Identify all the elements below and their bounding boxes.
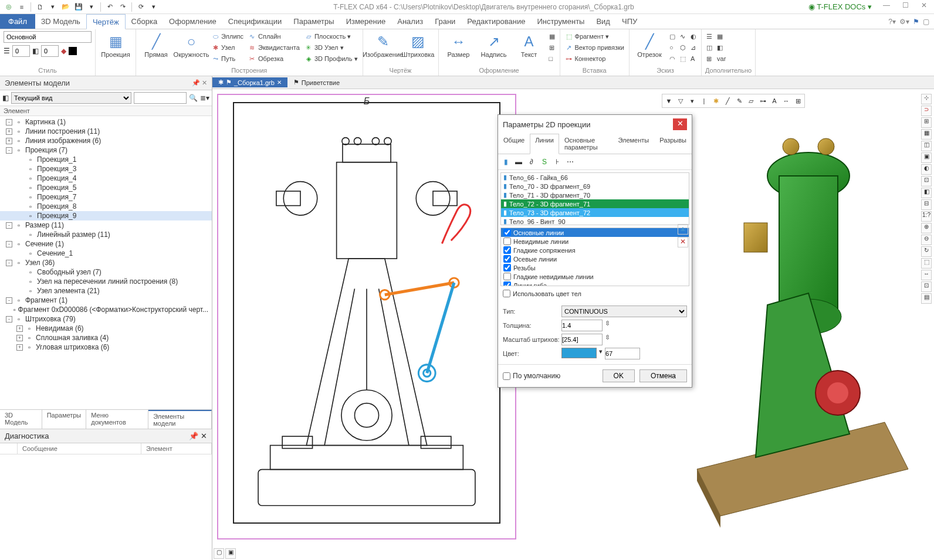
tree-row[interactable]: ▫Проекция_7 (0, 192, 212, 202)
tree-expand-icon[interactable]: - (6, 222, 12, 229)
dlg-face-icon[interactable]: ▬ (513, 157, 524, 167)
tree-row[interactable]: ▫Проекция_8 (0, 202, 212, 211)
menu-tab-7[interactable]: Анализ (391, 14, 429, 29)
vt-9-icon[interactable]: 1:? (921, 211, 932, 222)
menu-tab-8[interactable]: Грани (429, 14, 461, 29)
dlg-wire-icon[interactable]: S (539, 157, 550, 167)
design-extra-1[interactable]: ▦ (548, 31, 556, 42)
layer-icon[interactable]: ☰ (4, 47, 10, 55)
sketch-ex9[interactable]: A (689, 53, 698, 64)
menu-tab-9[interactable]: Редактирование (461, 14, 531, 29)
body-list-item[interactable]: ▮Тело_66 - Гайка_66 (501, 173, 689, 182)
new-dropdown-icon[interactable]: ▾ (48, 2, 58, 12)
bind-vector-button[interactable]: ↗Вектор привязки (564, 42, 626, 53)
vt-3-icon[interactable]: ◫ (921, 141, 932, 151)
tab-close-icon[interactable]: ✕ (277, 79, 282, 86)
tree-expand-icon[interactable]: + (16, 335, 23, 341)
segment-button[interactable]: ╱Отрезок (633, 31, 666, 59)
drawing-2d-view[interactable]: Б (217, 94, 516, 539)
tree-row[interactable]: -▫Проекция (7) (0, 145, 212, 155)
dlg-edge-icon[interactable]: ∂ (526, 157, 537, 167)
extra-2[interactable]: ◫ (705, 42, 713, 53)
line-type-select[interactable]: CONTINUOUS (561, 306, 687, 317)
panel-close-icon[interactable]: ✕ (202, 79, 207, 86)
scale-spinner-icon[interactable]: ⇳ (605, 334, 610, 345)
use-body-color-check[interactable]: Использовать цвет тел (498, 286, 692, 301)
line-type-check[interactable]: Линии гиба (501, 281, 689, 286)
default-check[interactable]: По умолчанию (503, 372, 560, 380)
profile3d-button[interactable]: ◈3D Профиль ▾ (303, 53, 359, 64)
extra-4[interactable]: ▦ (716, 31, 727, 42)
model-3d-view[interactable] (674, 94, 920, 539)
maximize-icon[interactable]: ☐ (898, 1, 913, 13)
tree-row[interactable]: -▫Картинка (1) (0, 117, 212, 127)
doc-tab-0[interactable]: ✱⚑_Сборка1.grb✕ (212, 77, 287, 87)
design-extra-3[interactable]: □ (548, 53, 556, 64)
tree-row[interactable]: ▫Проекция_4 (0, 174, 212, 183)
priority-icon[interactable]: ◧ (32, 47, 39, 55)
tree-row[interactable]: -▫Штриховка (79) (0, 314, 212, 324)
dlg-axis-icon[interactable]: ⊦ (552, 157, 563, 167)
body-list-item[interactable]: ▮Тело_70 - 3D фрагмент_69 (501, 182, 689, 191)
list-up-icon[interactable]: ▲ (678, 224, 688, 235)
line-button[interactable]: ╱Прямая (140, 31, 172, 59)
ellipse-button[interactable]: ⬭Эллипс (210, 31, 245, 42)
connector-button[interactable]: ⊶Коннектор (564, 53, 626, 64)
vt-2-icon[interactable]: ▦ (921, 129, 932, 140)
offset-button[interactable]: ≋Эквидистанта (247, 42, 301, 53)
vt-10-icon[interactable]: ⊕ (921, 223, 932, 233)
tree-row[interactable]: -▫Фрагмент (1) (0, 296, 212, 305)
tree-expand-icon[interactable]: - (6, 119, 12, 125)
projection-button[interactable]: ▦ Проекция (99, 31, 132, 59)
tree-row[interactable]: ▫Проекция_5 (0, 183, 212, 192)
vt-magnet-icon[interactable]: ⊃ (921, 106, 932, 116)
tree-expand-icon[interactable]: + (6, 128, 12, 135)
dlg-more-icon[interactable]: ⋯ (565, 157, 576, 167)
menu-tab-5[interactable]: Параметры (287, 14, 340, 29)
hatch-button[interactable]: ▨Штриховка (402, 31, 435, 59)
line-type-check[interactable]: Гладкие сопряжения (501, 246, 689, 254)
view-combo[interactable]: Текущий вид (11, 92, 131, 104)
tree-row[interactable]: ▫Фрагмент 0xD000086 (<Форматки>Конструкт… (0, 305, 212, 314)
vt-13-icon[interactable]: ⬚ (921, 258, 932, 269)
thickness-input[interactable] (561, 320, 603, 331)
tree-expand-icon[interactable]: - (6, 241, 12, 247)
layer-priority-input[interactable] (41, 45, 59, 57)
sketch-ex3[interactable]: ◠ (668, 53, 676, 64)
extra-5[interactable]: ◧ (716, 42, 727, 53)
tree-row[interactable]: ▫Свободный узел (7) (0, 267, 212, 277)
diag-close-icon[interactable]: ✕ (201, 432, 207, 440)
tree-row[interactable]: -▫Сечение (1) (0, 239, 212, 249)
refresh-dropdown-icon[interactable]: ▾ (148, 2, 159, 12)
dlg-tab-2[interactable]: Основные параметры (559, 134, 613, 154)
vt-5-icon[interactable]: ◐ (921, 164, 932, 175)
vt-4-icon[interactable]: ▣ (921, 152, 932, 163)
tree-row[interactable]: ▫Сечение_1 (0, 249, 212, 258)
filter-icon[interactable]: ◧ (2, 94, 9, 102)
list-remove-icon[interactable]: ✕ (678, 237, 688, 247)
tree-row[interactable]: ▫Проекция_9 (0, 211, 212, 220)
left-tab-3[interactable]: Элементы модели (148, 410, 212, 429)
search-input[interactable] (134, 92, 187, 104)
caption-button[interactable]: ↗Надпись (478, 31, 510, 59)
line-type-check[interactable]: Невидимые линии (501, 237, 689, 246)
model-tree[interactable]: -▫Картинка (1)+▫Линии построения (11)+▫Л… (0, 116, 212, 409)
search-icon[interactable]: 🔍 (189, 94, 198, 102)
doc-tab-1[interactable]: ⚑Приветствие (287, 77, 346, 87)
line-style-combo[interactable] (4, 31, 92, 43)
image-button[interactable]: ✎Изображение (367, 31, 400, 59)
bodies-list[interactable]: ▮Тело_66 - Гайка_66▮Тело_70 - 3D фрагмен… (500, 172, 689, 225)
sketch-ex6[interactable]: ⬚ (679, 53, 687, 64)
help-icon[interactable]: ?▾ (888, 18, 896, 26)
vt-8-icon[interactable]: ⊟ (921, 199, 932, 210)
dlg-tab-1[interactable]: Линии (530, 134, 559, 154)
tree-row[interactable]: +▫Линия изображения (6) (0, 136, 212, 145)
vt-axes-icon[interactable]: ⊹ (921, 94, 932, 104)
tree-expand-icon[interactable]: + (6, 138, 12, 144)
line-type-check[interactable]: Резьбы (501, 263, 689, 272)
save-icon[interactable]: 💾 (73, 2, 84, 12)
dlg-tab-4[interactable]: Разрывы (654, 134, 692, 154)
refresh-icon[interactable]: ⟳ (136, 2, 146, 12)
tree-expand-icon[interactable]: - (6, 147, 12, 154)
body-list-item[interactable]: ▮Тело_73 - 3D фрагмент_72 (501, 208, 689, 217)
